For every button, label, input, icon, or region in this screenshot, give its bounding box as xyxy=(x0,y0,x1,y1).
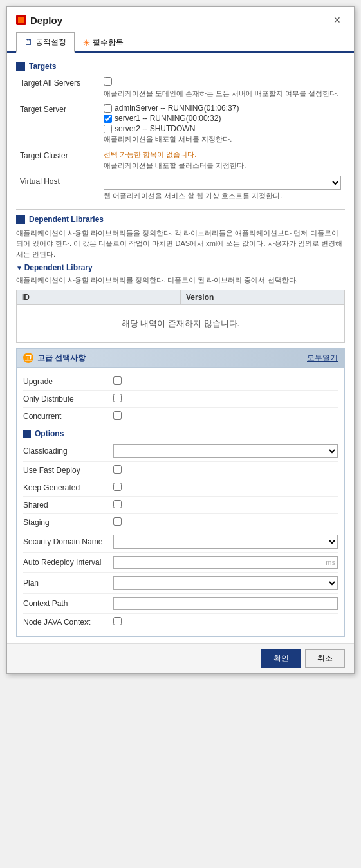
use-fast-deploy-value xyxy=(113,465,338,476)
upgrade-value xyxy=(113,376,338,387)
plan-select[interactable] xyxy=(113,576,338,590)
confirm-button[interactable]: 확인 xyxy=(261,649,301,668)
target-cluster-desc: 애플리케이션을 배포할 클러스터를 지정한다. xyxy=(104,161,341,171)
options-header: Options xyxy=(23,425,338,441)
targets-icon xyxy=(16,62,25,71)
advanced-title: 고 고급 선택사항 xyxy=(23,353,86,364)
col-version: Version xyxy=(181,290,344,304)
dep-libs-desc: 애플리케이션이 사용할 라이브러리들을 정의한다. 각 라이브러리들은 애플리케… xyxy=(16,228,345,260)
context-path-label: Context Path xyxy=(23,599,113,608)
dep-lib-link-desc: 애플리케이션이 사용할 라이브러리를 정의한다. 디플로이 된 라이브러리 중에… xyxy=(16,275,345,286)
title-bar: Deploy ✕ xyxy=(7,7,354,32)
server-name-0: adminServer -- RUNNING(01:06:37) xyxy=(115,104,239,113)
dep-lib-link[interactable]: Dependent Library xyxy=(16,263,345,272)
only-distribute-row: Only Distribute xyxy=(23,391,338,408)
use-fast-deploy-label: Use Fast Deploy xyxy=(23,466,113,475)
dep-libs-icon xyxy=(16,215,25,224)
footer: 확인 취소 xyxy=(7,643,354,673)
empty-message: 해당 내역이 존재하지 않습니다. xyxy=(122,318,239,329)
main-content: Targets Target All Servers 애플리케이션을 도메인에 … xyxy=(7,53,354,643)
node-java-context-checkbox[interactable] xyxy=(113,617,122,625)
keep-generated-value xyxy=(113,483,338,493)
auto-redeploy-row: Auto Redeploy Interval ms xyxy=(23,553,338,573)
deploy-dialog: Deploy ✕ 🗒 동적설정 ✳ 필수항목 Targets Target Al… xyxy=(6,6,355,674)
expand-all-button[interactable]: 모두열기 xyxy=(307,353,338,364)
page-icon: 🗒 xyxy=(24,37,33,47)
shared-checkbox[interactable] xyxy=(113,500,122,508)
server-row-0: adminServer -- RUNNING(01:06:37) xyxy=(104,104,341,113)
tab-bar: 🗒 동적설정 ✳ 필수항목 xyxy=(7,32,354,53)
classloading-select[interactable] xyxy=(113,444,338,458)
close-button[interactable]: ✕ xyxy=(329,14,345,26)
node-java-context-label: Node JAVA Context xyxy=(23,618,113,627)
target-server-label: Target Server xyxy=(16,101,100,147)
shared-value xyxy=(113,500,338,510)
advanced-icon: 고 xyxy=(23,353,33,363)
target-server-desc: 애플리케이션을 배포할 서버를 지정한다. xyxy=(104,134,341,144)
concurrent-label: Concurrent xyxy=(23,412,113,421)
tab-dynamic[interactable]: 🗒 동적설정 xyxy=(16,32,75,53)
ms-suffix: ms xyxy=(326,559,335,566)
title-left: Deploy xyxy=(16,15,62,26)
deploy-icon xyxy=(16,15,26,25)
server-checkbox-1[interactable] xyxy=(104,115,112,123)
use-fast-deploy-row: Use Fast Deploy xyxy=(23,462,338,479)
classloading-row: Classloading xyxy=(23,441,338,462)
keep-generated-checkbox[interactable] xyxy=(113,483,122,491)
context-path-value xyxy=(113,597,338,610)
cancel-button[interactable]: 취소 xyxy=(305,649,345,668)
staging-checkbox[interactable] xyxy=(113,517,122,526)
node-java-context-value xyxy=(113,617,338,627)
advanced-content: Upgrade Only Distribute Concurrent xyxy=(17,368,344,636)
security-domain-select[interactable] xyxy=(113,535,338,549)
only-distribute-value xyxy=(113,394,338,404)
advanced-header: 고 고급 선택사항 모두열기 xyxy=(17,349,344,368)
plan-label: Plan xyxy=(23,578,113,587)
security-domain-value xyxy=(113,535,338,549)
target-cluster-orange: 선택 가능한 항목이 없습니다. xyxy=(104,150,341,160)
target-cluster-row: Target Cluster 선택 가능한 항목이 없습니다. 애플리케이션을 … xyxy=(16,147,345,173)
classloading-value xyxy=(113,444,338,458)
classloading-label: Classloading xyxy=(23,447,113,456)
server-name-1: server1 -- RUNNING(00:00:32) xyxy=(115,114,221,123)
concurrent-value xyxy=(113,411,338,421)
advanced-section: 고 고급 선택사항 모두열기 Upgrade Only Distribute xyxy=(16,348,345,637)
target-server-row: Target Server adminServer -- RUNNING(01:… xyxy=(16,101,345,147)
shared-row: Shared xyxy=(23,497,338,514)
only-distribute-label: Only Distribute xyxy=(23,394,113,403)
gear-icon: ✳ xyxy=(83,38,90,48)
targets-table: Target All Servers 애플리케이션을 도메인에 존재하는 모든 … xyxy=(16,75,345,204)
concurrent-checkbox[interactable] xyxy=(113,411,122,420)
separator-1 xyxy=(16,209,345,210)
security-domain-row: Security Domain Name xyxy=(23,531,338,553)
tab-required[interactable]: ✳ 필수항목 xyxy=(75,32,132,53)
use-fast-deploy-checkbox[interactable] xyxy=(113,465,122,474)
server-name-2: server2 -- SHUTDOWN xyxy=(115,124,195,133)
dep-libs-section-header: Dependent Libraries xyxy=(16,215,345,224)
upgrade-checkbox[interactable] xyxy=(113,376,122,385)
security-domain-label: Security Domain Name xyxy=(23,537,113,546)
target-all-servers-checkbox[interactable] xyxy=(104,77,112,86)
plan-value xyxy=(113,576,338,590)
col-id: ID xyxy=(17,290,181,304)
context-path-row: Context Path xyxy=(23,594,338,614)
virtual-host-label: Virtual Host xyxy=(16,173,100,203)
only-distribute-checkbox[interactable] xyxy=(113,394,122,402)
server-checkbox-2[interactable] xyxy=(104,125,112,133)
virtual-host-desc: 웹 어플리케이션을 서비스 할 웹 가상 호스트를 지정한다. xyxy=(104,191,341,201)
targets-section-header: Targets xyxy=(16,62,345,71)
context-path-input[interactable] xyxy=(113,597,338,610)
server-row-1: server1 -- RUNNING(00:00:32) xyxy=(104,114,341,123)
upgrade-label: Upgrade xyxy=(23,377,113,386)
server-checkbox-0[interactable] xyxy=(104,104,112,113)
plan-row: Plan xyxy=(23,573,338,594)
shared-label: Shared xyxy=(23,501,113,510)
concurrent-row: Concurrent xyxy=(23,408,338,425)
target-cluster-label: Target Cluster xyxy=(16,147,100,173)
auto-redeploy-label: Auto Redeploy Interval xyxy=(23,558,113,567)
auto-redeploy-input[interactable] xyxy=(113,556,338,569)
virtual-host-select[interactable] xyxy=(104,176,341,190)
target-all-servers-row: Target All Servers 애플리케이션을 도메인에 존재하는 모든 … xyxy=(16,75,345,101)
keep-generated-label: Keep Generated xyxy=(23,483,113,492)
target-all-servers-desc: 애플리케이션을 도메인에 존재하는 모든 서버에 배포할지 여부를 설정한다. xyxy=(104,89,341,98)
